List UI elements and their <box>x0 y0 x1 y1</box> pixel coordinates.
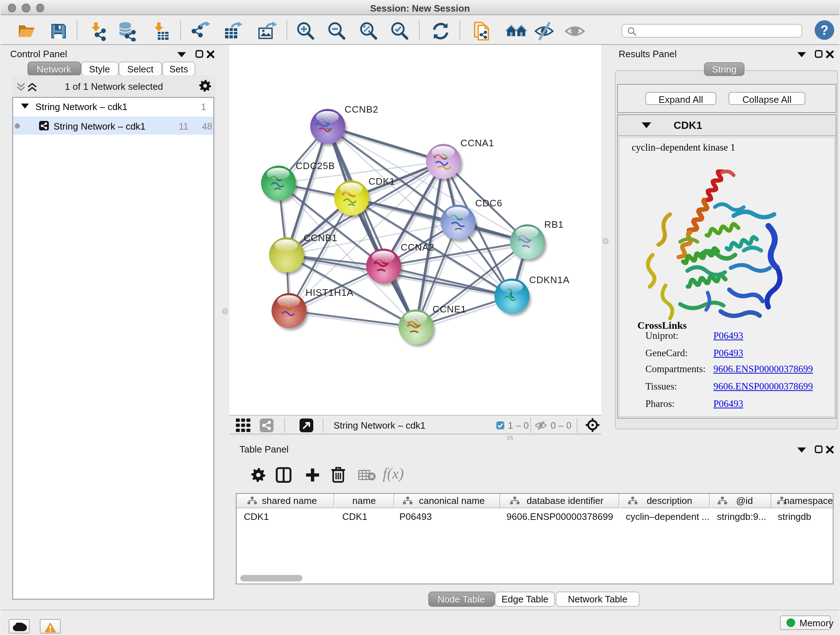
svg-text:CDK1: CDK1 <box>369 176 395 187</box>
svg-text:CDC25B: CDC25B <box>295 160 335 171</box>
svg-text:CCNA2: CCNA2 <box>401 242 434 253</box>
svg-text:CDKN1A: CDKN1A <box>529 274 570 285</box>
svg-text:HIST1H1A: HIST1H1A <box>306 287 354 298</box>
svg-text:RB1: RB1 <box>545 219 564 230</box>
svg-text:CCNA1: CCNA1 <box>461 138 494 149</box>
svg-text:CDC6: CDC6 <box>475 198 502 209</box>
svg-text:CCNB2: CCNB2 <box>345 104 378 115</box>
svg-text:?: ? <box>821 23 829 38</box>
svg-text:CCNB1: CCNB1 <box>303 233 337 243</box>
svg-text:CCNE1: CCNE1 <box>433 304 466 315</box>
